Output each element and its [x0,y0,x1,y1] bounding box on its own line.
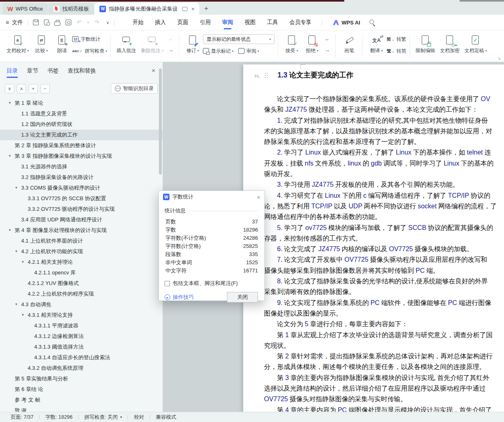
new-tab-button[interactable]: + [204,4,208,13]
ribbon-collapse-icon[interactable]: ↘ [497,56,501,60]
drag-handle-icon[interactable] [265,73,269,80]
word-count-indicator[interactable]: 字数: 18296 [40,414,78,421]
显示标记-button[interactable]: 显示标记▾ [203,46,233,56]
文档定稿-button[interactable]: ✓文档定稿▾ [462,33,489,55]
toc-item[interactable]: 4.1 上位机软件界面的设计 [0,236,163,246]
toc-item[interactable]: ▼4.2.1 相关支持理论 [0,257,163,267]
sidebar-close-icon[interactable]: × [152,67,155,74]
expand-all-button[interactable]: ∧ [17,84,26,93]
sidebar-tab-章节[interactable]: 章节 [27,62,38,80]
朗读-button[interactable]: ≣»朗读 [52,33,72,55]
expand-arrow-icon[interactable]: ▼ [15,246,18,257]
window-tab-2[interactable]: 找稻壳模板 [48,3,94,15]
menu-item-插入[interactable]: 插入 [155,15,166,31]
undo-caret-icon[interactable]: ▾ [87,20,89,24]
spellcheck-toggle[interactable]: 拼写检查: 关闭▾ [79,414,128,421]
scrollbar-thumb[interactable] [159,68,162,175]
toc-item[interactable]: ▼3.3 COMS 摄像头驱动程序的设计 [0,183,163,193]
previous-change-button[interactable]: ← [322,34,332,43]
toc-item[interactable]: 4.3.2 自动调焦系统原理 [0,363,163,373]
print-preview-icon[interactable] [66,20,71,25]
smart-toc-button[interactable]: 智能识别目录 [111,83,158,94]
限制编辑-button[interactable]: 限制编辑 [413,33,438,55]
menu-item-视图[interactable]: 视图 [244,15,255,31]
toc-item[interactable]: 3.3.1 OV7725 的 SCCB 协议配置 [0,193,163,204]
expand-arrow-icon[interactable]: ▼ [8,98,11,108]
拼写检查-button[interactable]: ABC拼写检查▾ [72,46,107,56]
接受-button[interactable]: ✓接受▾ [282,33,302,55]
expand-arrow-icon[interactable]: ▼ [21,310,24,320]
toc-item[interactable]: 4.2.1.2 YUV 图像格式 [0,278,163,289]
toc-item[interactable]: 4.3.1.2 边缘检测算法 [0,331,163,342]
toc-item[interactable]: ▼4.3 自动调焦 [0,299,163,310]
翻译-button[interactable]: 文A⇄翻译▾ [366,33,387,55]
审阅-button[interactable]: 审阅▾ [238,46,259,56]
toc-item[interactable]: ▼第 3 章 指静脉图像采集模块的设计与实现 [0,151,163,161]
sidebar-tab-查找和替换[interactable]: 查找和替换 [68,62,96,80]
toc-item[interactable]: 1.1 选题意义及背景 [0,108,163,119]
undo-icon[interactable]: ↶ [77,19,82,26]
redo-icon[interactable]: ↷ [94,19,99,26]
toc-item[interactable]: 致 谢 [0,405,163,412]
window-tab-3[interactable]: W指静脉多曝光图像融合采集设× [95,3,199,15]
toc-item[interactable]: 第 5 章实验结果与分析 [0,373,163,384]
转简-button[interactable]: 繁→转简 [387,46,406,56]
比较-button[interactable]: ⇄比较▾ [31,33,52,55]
collapse-all-button[interactable]: ∨ [5,84,14,93]
zoom-out-level-button[interactable]: − [40,84,50,93]
转繁-button[interactable]: 简→转繁 [387,34,406,44]
menu-item-工具[interactable]: 工具 [267,15,278,31]
menu-item-审阅[interactable]: 审阅 [222,15,233,31]
previous-comment-button[interactable]: ← [166,34,176,43]
toc-item[interactable]: 4.2.1.1 opencv 库 [0,267,163,278]
file-menu[interactable]: 文件 [12,19,23,26]
toc-item[interactable]: 4.3.1.3 阈值选择方法 [0,342,163,352]
画笔-button[interactable]: 画笔 [339,33,359,55]
menu-item-引用[interactable]: 引用 [200,15,211,31]
sidebar-tab-目录[interactable]: 目录 [7,62,18,80]
close-button[interactable]: 关闭 [227,292,258,303]
toc-item[interactable]: 参 考 文 献 [0,395,163,405]
toc-item[interactable]: 1.3 论文主要完成的工作 [0,130,163,140]
markup-state-select[interactable]: 显示标记的最终状态▾ [203,34,275,44]
toc-item[interactable]: 第 6 章结 论 [0,384,163,395]
search-icon[interactable] [369,19,376,26]
zoom-in-level-button[interactable]: + [29,84,38,93]
menu-item-会员专享[interactable]: 会员专享 [289,15,311,31]
expand-arrow-icon[interactable]: ▼ [15,183,18,193]
toc-item[interactable]: ▼4.3.1 相关理论支持 [0,310,163,320]
toc-item[interactable]: 3.2 指静脉采集设备的光路设计 [0,172,163,183]
expand-arrow-icon[interactable]: ▼ [15,299,18,310]
修订-button[interactable]: 修订▾ [183,33,203,55]
文档校对-button[interactable]: a✓文档校对▾ [4,33,31,55]
include-footnotes-checkbox[interactable] [165,281,170,286]
toc-item[interactable]: ▼第 1 章 绪论 [0,98,163,108]
拒绝-button[interactable]: 拒绝▾ [302,33,322,55]
toc-item[interactable]: 第 2 章 指静脉采集系统的整体设计 [0,140,163,151]
字数统计-button[interactable]: 12字数统计 [72,34,107,44]
next-change-button[interactable]: → [322,45,332,54]
print-icon[interactable] [54,22,60,26]
window-tab-1[interactable]: WWPS Office [2,3,48,15]
删除批注-button[interactable]: ×删除批注▾ [139,33,166,55]
toc-item[interactable]: ▼4.2 上位机软件功能的实现 [0,246,163,257]
expand-arrow-icon[interactable]: ▼ [8,151,11,161]
toc-item[interactable]: 3.1 光源器件的选择 [0,161,163,172]
文档加密-button[interactable]: 文档加密 [438,33,462,55]
toc-item[interactable]: 1.2 国内外的研究现状 [0,119,163,130]
插入批注-button[interactable]: +插入批注 [114,33,139,55]
toc-item[interactable]: 3.3.2 OV7725 驱动程序的设计与实现 [0,204,163,214]
toc-item[interactable]: 4.2.2 上位机软件的程序实现 [0,289,163,299]
toolbar-more-icon[interactable]: ∨ [106,20,109,25]
next-comment-button[interactable]: → [166,45,176,54]
dialog-close-icon[interactable]: × [257,194,260,201]
sidebar-tab-书签[interactable]: 书签 [47,62,59,80]
proofread-button[interactable]: 校对 [128,414,150,421]
menu-item-开始[interactable]: 开始 [132,15,143,31]
tips-link[interactable]: ▶ 操作技巧 [165,294,194,301]
wps-ai-button[interactable]: WPS AI [333,20,360,26]
document-page[interactable]: H₂ 1.3 论文主要完成的工作 论文实现了一个指静脉图像的采集系统。该系统的硬… [243,64,504,412]
expand-arrow-icon[interactable]: ▼ [8,225,11,236]
expand-arrow-icon[interactable]: ▼ [21,257,24,267]
toc-item[interactable]: 4.3.1.4 自适应步长的登山搜索法 [0,352,163,363]
